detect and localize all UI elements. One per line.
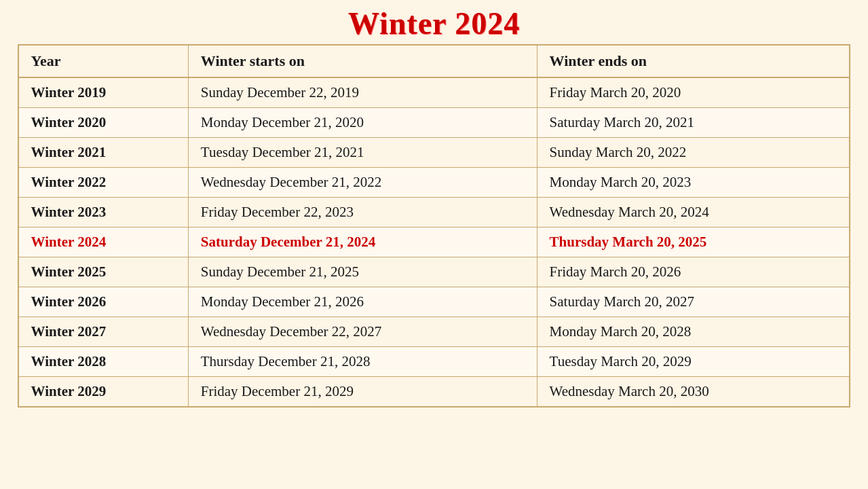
year-cell: Winter 2029 — [18, 377, 189, 408]
starts-cell: Saturday December 21, 2024 — [188, 228, 537, 257]
year-cell: Winter 2020 — [18, 108, 189, 138]
table-row: Winter 2025Sunday December 21, 2025Frida… — [18, 257, 850, 287]
col-header-year: Year — [18, 45, 189, 77]
table-row: Winter 2022Wednesday December 21, 2022Mo… — [18, 168, 850, 198]
starts-cell: Sunday December 21, 2025 — [188, 257, 537, 287]
table-row: Winter 2027Wednesday December 22, 2027Mo… — [18, 317, 850, 347]
winter-dates-table: Year Winter starts on Winter ends on Win… — [18, 44, 851, 408]
starts-cell: Monday December 21, 2026 — [188, 287, 537, 317]
ends-cell: Sunday March 20, 2022 — [537, 138, 850, 168]
table-row: Winter 2024Saturday December 21, 2024Thu… — [18, 228, 850, 257]
year-cell: Winter 2022 — [18, 168, 189, 198]
table-row: Winter 2023Friday December 22, 2023Wedne… — [18, 198, 850, 228]
ends-cell: Thursday March 20, 2025 — [537, 228, 850, 257]
starts-cell: Thursday December 21, 2028 — [188, 347, 537, 377]
ends-cell: Friday March 20, 2026 — [537, 257, 850, 287]
starts-cell: Friday December 21, 2029 — [188, 377, 537, 408]
year-cell: Winter 2025 — [18, 257, 189, 287]
ends-cell: Wednesday March 20, 2024 — [537, 198, 850, 228]
starts-cell: Tuesday December 21, 2021 — [188, 138, 537, 168]
year-cell: Winter 2028 — [18, 347, 189, 377]
table-row: Winter 2020Monday December 21, 2020Satur… — [18, 108, 850, 138]
table-row: Winter 2029Friday December 21, 2029Wedne… — [18, 377, 850, 408]
ends-cell: Saturday March 20, 2027 — [537, 287, 850, 317]
table-row: Winter 2019Sunday December 22, 2019Frida… — [18, 77, 850, 108]
year-cell: Winter 2021 — [18, 138, 189, 168]
title-area: Winter 2024 — [0, 0, 868, 44]
year-cell: Winter 2019 — [18, 77, 189, 108]
table-row: Winter 2026Monday December 21, 2026Satur… — [18, 287, 850, 317]
col-header-starts: Winter starts on — [188, 45, 537, 77]
table-row: Winter 2028Thursday December 21, 2028Tue… — [18, 347, 850, 377]
ends-cell: Saturday March 20, 2021 — [537, 108, 850, 138]
page-title: Winter 2024 — [0, 5, 868, 41]
table-container: Year Winter starts on Winter ends on Win… — [18, 44, 851, 408]
ends-cell: Monday March 20, 2023 — [537, 168, 850, 198]
year-cell: Winter 2023 — [18, 198, 189, 228]
starts-cell: Wednesday December 22, 2027 — [188, 317, 537, 347]
starts-cell: Friday December 22, 2023 — [188, 198, 537, 228]
year-cell: Winter 2026 — [18, 287, 189, 317]
year-cell: Winter 2027 — [18, 317, 189, 347]
page-wrapper: Winter 2024 Year Winter starts on Winter… — [0, 0, 868, 489]
table-row: Winter 2021Tuesday December 21, 2021Sund… — [18, 138, 850, 168]
starts-cell: Monday December 21, 2020 — [188, 108, 537, 138]
ends-cell: Tuesday March 20, 2029 — [537, 347, 850, 377]
ends-cell: Friday March 20, 2020 — [537, 77, 850, 108]
ends-cell: Monday March 20, 2028 — [537, 317, 850, 347]
ends-cell: Wednesday March 20, 2030 — [537, 377, 850, 408]
col-header-ends: Winter ends on — [537, 45, 850, 77]
year-cell: Winter 2024 — [18, 228, 189, 257]
table-header-row: Year Winter starts on Winter ends on — [18, 45, 850, 77]
starts-cell: Sunday December 22, 2019 — [188, 77, 537, 108]
starts-cell: Wednesday December 21, 2022 — [188, 168, 537, 198]
